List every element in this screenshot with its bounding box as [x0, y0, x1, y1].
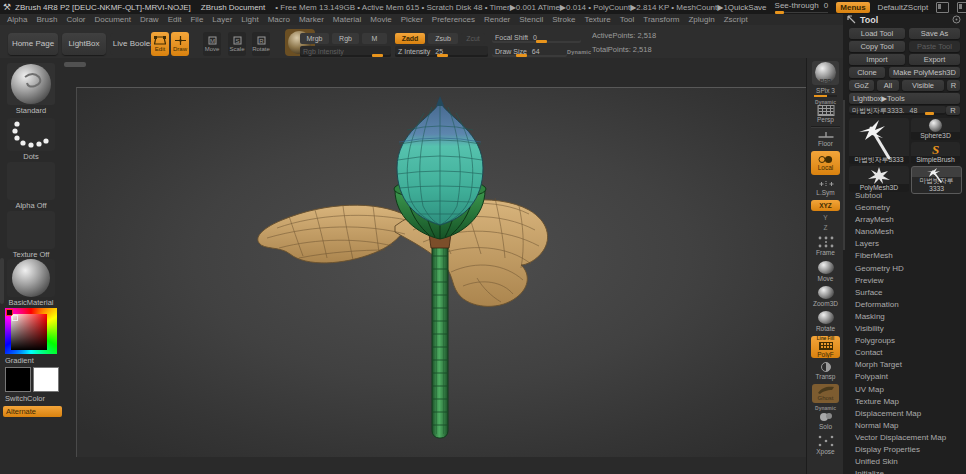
- make-polymesh3d-button[interactable]: Make PolyMesh3D: [889, 67, 960, 78]
- menu-item[interactable]: Edit: [168, 15, 182, 24]
- layout-panel-icon-1[interactable]: [936, 2, 949, 13]
- home-page-button[interactable]: Home Page: [8, 33, 58, 55]
- xpose-label[interactable]: Xpose: [807, 448, 844, 455]
- menu-item[interactable]: Document: [95, 15, 131, 24]
- xpose-icon[interactable]: [818, 435, 834, 447]
- lightbox-button[interactable]: LightBox: [62, 33, 106, 55]
- see-through-slider[interactable]: See-through 0: [775, 1, 829, 13]
- subpalette-item[interactable]: Displacement Map: [843, 408, 966, 420]
- focal-shift-handle[interactable]: [536, 40, 547, 43]
- menu-item[interactable]: Light: [241, 15, 258, 24]
- layout-panel-icon-2[interactable]: [957, 2, 966, 13]
- zoom3d-icon[interactable]: [818, 286, 834, 299]
- menu-item[interactable]: Render: [484, 15, 510, 24]
- quicksave-button[interactable]: QuickSave: [728, 3, 767, 12]
- left-tray-handle[interactable]: [0, 258, 4, 304]
- z-intensity-slider[interactable]: Z Intensity 25: [395, 46, 488, 57]
- y-axis-button[interactable]: Y: [807, 214, 844, 221]
- all-button[interactable]: All: [877, 80, 899, 91]
- lsym-label[interactable]: L.Sym: [807, 189, 844, 196]
- menu-item[interactable]: Zplugin: [688, 15, 714, 24]
- z-axis-button[interactable]: Z: [807, 224, 844, 231]
- rotate-icon[interactable]: [818, 311, 834, 324]
- ghost-button[interactable]: Ghost: [812, 384, 839, 403]
- subpalette-item[interactable]: Masking: [843, 311, 966, 323]
- menu-item[interactable]: Tool: [620, 15, 635, 24]
- draw-size-slider[interactable]: Draw Size 64: [492, 46, 567, 57]
- mrgb-button[interactable]: Mrgb: [300, 33, 329, 44]
- import-button[interactable]: Import: [849, 54, 905, 65]
- document-viewport[interactable]: [76, 87, 807, 457]
- menu-item[interactable]: Brush: [36, 15, 57, 24]
- rgb-intensity-slider[interactable]: Rgb Intensity: [300, 46, 391, 57]
- rgb-intensity-handle[interactable]: [372, 54, 383, 57]
- menu-item[interactable]: Movie: [370, 15, 391, 24]
- rgb-button[interactable]: Rgb: [332, 33, 359, 44]
- subpalette-item[interactable]: Geometry: [843, 202, 966, 214]
- spix-slider[interactable]: [814, 95, 837, 97]
- subpalette-item[interactable]: Deformation: [843, 299, 966, 311]
- canvas-area[interactable]: [62, 58, 806, 474]
- subpalette-item[interactable]: Polygroups: [843, 335, 966, 347]
- menu-item[interactable]: Texture: [584, 15, 610, 24]
- r-button[interactable]: R: [947, 80, 960, 91]
- paste-tool-button[interactable]: Paste Tool: [909, 41, 960, 52]
- persp-label[interactable]: Persp: [807, 116, 844, 123]
- draw-button[interactable]: Draw: [171, 32, 189, 56]
- subpalette-item[interactable]: Vector Displacement Map: [843, 432, 966, 444]
- subpalette-item[interactable]: Polypaint: [843, 371, 966, 383]
- transp-icon[interactable]: [818, 362, 834, 372]
- menu-item[interactable]: Zscript: [724, 15, 748, 24]
- lightbox-tools-button[interactable]: Lightbox▶Tools: [849, 93, 960, 104]
- panel-back-icon[interactable]: [847, 15, 856, 24]
- zoom3d-label[interactable]: Zoom3D: [807, 300, 844, 307]
- menu-item[interactable]: Draw: [140, 15, 159, 24]
- load-tool-button[interactable]: Load Tool: [849, 28, 905, 39]
- floor-label[interactable]: Floor: [807, 140, 844, 147]
- floor-icon[interactable]: [817, 131, 834, 139]
- subpalette-item[interactable]: Layers: [843, 238, 966, 250]
- subpalette-item[interactable]: Morph Target: [843, 359, 966, 371]
- subpalette-item[interactable]: Geometry HD: [843, 263, 966, 275]
- menu-item[interactable]: Preferences: [432, 15, 475, 24]
- canvas-divider-handle[interactable]: [64, 62, 86, 67]
- material-picker[interactable]: [7, 259, 55, 297]
- polymesh3d-thumb[interactable]: PolyMesh3D: [849, 166, 909, 192]
- rotate-button[interactable]: R Rotate: [252, 32, 270, 56]
- rotate-label[interactable]: Rotate: [807, 325, 844, 332]
- goz-button[interactable]: GoZ: [849, 80, 874, 91]
- active-tool-thumb[interactable]: 마법빗자루3333: [849, 118, 909, 164]
- spix-label[interactable]: SPix 3: [807, 87, 844, 94]
- menu-item[interactable]: Stroke: [552, 15, 575, 24]
- color-picker[interactable]: [5, 308, 57, 354]
- m-button[interactable]: M: [362, 33, 387, 44]
- tool-item-slider[interactable]: 마법빗자루3333. 48: [849, 106, 946, 115]
- alternate-button[interactable]: Alternate: [3, 406, 62, 417]
- menu-item[interactable]: Layer: [212, 15, 232, 24]
- menu-item[interactable]: Transform: [643, 15, 679, 24]
- move-label[interactable]: Move: [807, 275, 844, 282]
- color-sv-cursor[interactable]: [12, 315, 18, 321]
- tool-slider-r-button[interactable]: R: [946, 106, 960, 115]
- copy-tool-button[interactable]: Copy Tool: [849, 41, 905, 52]
- menu-item[interactable]: Marker: [299, 15, 324, 24]
- clone-button[interactable]: Clone: [849, 67, 885, 78]
- subpalette-item[interactable]: FiberMesh: [843, 250, 966, 262]
- subpalette-item[interactable]: NanoMesh: [843, 226, 966, 238]
- menu-item[interactable]: Picker: [401, 15, 423, 24]
- subpalette-item[interactable]: Unified Skin: [843, 456, 966, 468]
- menu-item[interactable]: File: [190, 15, 203, 24]
- secondary-color-swatch[interactable]: [33, 367, 59, 392]
- move-icon[interactable]: [818, 261, 834, 274]
- z-intensity-handle[interactable]: [437, 54, 448, 57]
- main-color-swatch[interactable]: [5, 367, 31, 392]
- subpalette-item[interactable]: Surface: [843, 287, 966, 299]
- edit-button[interactable]: Edit: [151, 32, 169, 56]
- xyz-axis-button[interactable]: XYZ: [811, 200, 840, 211]
- move-button[interactable]: M Move: [203, 32, 221, 56]
- menu-item[interactable]: Stencil: [519, 15, 543, 24]
- subpalette-item[interactable]: ArrayMesh: [843, 214, 966, 226]
- subpalette-item[interactable]: UV Map: [843, 384, 966, 396]
- save-as-button[interactable]: Save As: [909, 28, 960, 39]
- local-button[interactable]: Local: [811, 151, 840, 175]
